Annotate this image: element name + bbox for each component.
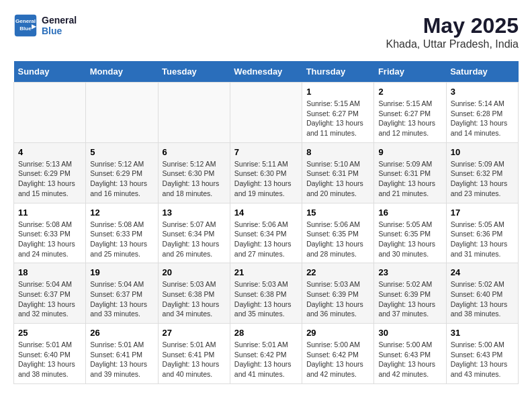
day-number: 7 — [234, 147, 298, 157]
calendar-cell: 20Sunrise: 5:03 AM Sunset: 6:38 PM Dayli… — [158, 263, 230, 324]
day-info: Sunrise: 5:01 AM Sunset: 6:40 PM Dayligh… — [18, 340, 81, 379]
calendar-cell: 24Sunrise: 5:02 AM Sunset: 6:40 PM Dayli… — [446, 263, 518, 324]
day-number: 3 — [451, 87, 514, 97]
week-row-1: 1Sunrise: 5:15 AM Sunset: 6:27 PM Daylig… — [14, 83, 519, 143]
day-info: Sunrise: 5:07 AM Sunset: 6:34 PM Dayligh… — [163, 220, 226, 259]
weekday-header-friday: Friday — [374, 61, 446, 83]
calendar-cell: 28Sunrise: 5:01 AM Sunset: 6:42 PM Dayli… — [230, 324, 302, 384]
calendar-cell: 4Sunrise: 5:13 AM Sunset: 6:29 PM Daylig… — [14, 142, 86, 203]
day-number: 20 — [163, 267, 226, 277]
day-info: Sunrise: 5:12 AM Sunset: 6:29 PM Dayligh… — [90, 159, 153, 199]
day-info: Sunrise: 5:02 AM Sunset: 6:40 PM Dayligh… — [451, 279, 514, 319]
week-row-3: 11Sunrise: 5:08 AM Sunset: 6:33 PM Dayli… — [14, 203, 519, 263]
day-info: Sunrise: 5:06 AM Sunset: 6:34 PM Dayligh… — [234, 220, 298, 259]
day-info: Sunrise: 5:01 AM Sunset: 6:41 PM Dayligh… — [163, 340, 226, 379]
day-number: 5 — [90, 147, 153, 157]
day-number: 22 — [306, 267, 369, 277]
day-info: Sunrise: 5:15 AM Sunset: 6:27 PM Dayligh… — [378, 99, 441, 138]
calendar-cell: 15Sunrise: 5:06 AM Sunset: 6:35 PM Dayli… — [302, 203, 374, 263]
day-number: 24 — [451, 267, 514, 277]
weekday-header-wednesday: Wednesday — [230, 61, 302, 83]
day-info: Sunrise: 5:05 AM Sunset: 6:36 PM Dayligh… — [451, 220, 514, 259]
svg-text:General: General — [15, 18, 36, 24]
weekday-header-monday: Monday — [86, 61, 158, 83]
calendar-cell: 6Sunrise: 5:12 AM Sunset: 6:30 PM Daylig… — [158, 142, 230, 203]
calendar-cell: 2Sunrise: 5:15 AM Sunset: 6:27 PM Daylig… — [374, 83, 446, 143]
calendar-cell: 16Sunrise: 5:05 AM Sunset: 6:35 PM Dayli… — [374, 203, 446, 263]
calendar-cell: 3Sunrise: 5:14 AM Sunset: 6:28 PM Daylig… — [446, 83, 518, 143]
day-number: 28 — [234, 328, 298, 338]
calendar-cell: 8Sunrise: 5:10 AM Sunset: 6:31 PM Daylig… — [302, 142, 374, 203]
day-number: 16 — [378, 208, 441, 218]
svg-text:Blue: Blue — [19, 26, 32, 32]
calendar-cell: 29Sunrise: 5:00 AM Sunset: 6:42 PM Dayli… — [302, 324, 374, 384]
day-info: Sunrise: 5:08 AM Sunset: 6:33 PM Dayligh… — [90, 220, 153, 259]
day-number: 17 — [451, 208, 514, 218]
day-number: 18 — [18, 267, 81, 277]
day-info: Sunrise: 5:00 AM Sunset: 6:42 PM Dayligh… — [306, 340, 369, 379]
logo-text-line1: General — [42, 15, 77, 26]
day-info: Sunrise: 5:01 AM Sunset: 6:42 PM Dayligh… — [234, 340, 298, 379]
day-number: 23 — [378, 267, 441, 277]
day-number: 14 — [234, 208, 298, 218]
calendar-cell: 27Sunrise: 5:01 AM Sunset: 6:41 PM Dayli… — [158, 324, 230, 384]
calendar-cell: 10Sunrise: 5:09 AM Sunset: 6:32 PM Dayli… — [446, 142, 518, 203]
calendar-cell — [14, 83, 86, 143]
day-info: Sunrise: 5:10 AM Sunset: 6:31 PM Dayligh… — [306, 159, 369, 199]
day-info: Sunrise: 5:03 AM Sunset: 6:38 PM Dayligh… — [234, 279, 298, 319]
calendar-cell: 9Sunrise: 5:09 AM Sunset: 6:31 PM Daylig… — [374, 142, 446, 203]
day-number: 12 — [90, 208, 153, 218]
day-number: 8 — [306, 147, 369, 157]
day-number: 10 — [451, 147, 514, 157]
calendar-cell: 11Sunrise: 5:08 AM Sunset: 6:33 PM Dayli… — [14, 203, 86, 263]
calendar-cell: 19Sunrise: 5:04 AM Sunset: 6:37 PM Dayli… — [86, 263, 158, 324]
day-info: Sunrise: 5:03 AM Sunset: 6:39 PM Dayligh… — [306, 279, 369, 319]
day-number: 19 — [90, 267, 153, 277]
calendar-table: SundayMondayTuesdayWednesdayThursdayFrid… — [13, 61, 519, 384]
day-number: 25 — [18, 328, 81, 338]
day-info: Sunrise: 5:09 AM Sunset: 6:31 PM Dayligh… — [378, 159, 441, 199]
calendar-cell: 31Sunrise: 5:00 AM Sunset: 6:43 PM Dayli… — [446, 324, 518, 384]
day-number: 4 — [18, 147, 81, 157]
day-info: Sunrise: 5:11 AM Sunset: 6:30 PM Dayligh… — [234, 159, 298, 199]
day-info: Sunrise: 5:03 AM Sunset: 6:38 PM Dayligh… — [163, 279, 226, 319]
day-info: Sunrise: 5:02 AM Sunset: 6:39 PM Dayligh… — [378, 279, 441, 319]
day-number: 15 — [306, 208, 369, 218]
day-info: Sunrise: 5:01 AM Sunset: 6:41 PM Dayligh… — [90, 340, 153, 379]
calendar-cell: 5Sunrise: 5:12 AM Sunset: 6:29 PM Daylig… — [86, 142, 158, 203]
day-number: 13 — [163, 208, 226, 218]
weekday-header-tuesday: Tuesday — [158, 61, 230, 83]
day-number: 21 — [234, 267, 298, 277]
week-row-5: 25Sunrise: 5:01 AM Sunset: 6:40 PM Dayli… — [14, 324, 519, 384]
day-info: Sunrise: 5:04 AM Sunset: 6:37 PM Dayligh… — [18, 279, 81, 319]
calendar-cell: 25Sunrise: 5:01 AM Sunset: 6:40 PM Dayli… — [14, 324, 86, 384]
calendar-cell: 21Sunrise: 5:03 AM Sunset: 6:38 PM Dayli… — [230, 263, 302, 324]
weekday-header-sunday: Sunday — [14, 61, 86, 83]
calendar-cell: 12Sunrise: 5:08 AM Sunset: 6:33 PM Dayli… — [86, 203, 158, 263]
weekday-header-thursday: Thursday — [302, 61, 374, 83]
weekday-header-row: SundayMondayTuesdayWednesdayThursdayFrid… — [14, 61, 519, 83]
day-info: Sunrise: 5:00 AM Sunset: 6:43 PM Dayligh… — [378, 340, 441, 379]
calendar-cell: 17Sunrise: 5:05 AM Sunset: 6:36 PM Dayli… — [446, 203, 518, 263]
day-info: Sunrise: 5:12 AM Sunset: 6:30 PM Dayligh… — [163, 159, 226, 199]
day-info: Sunrise: 5:15 AM Sunset: 6:27 PM Dayligh… — [306, 99, 369, 138]
week-row-2: 4Sunrise: 5:13 AM Sunset: 6:29 PM Daylig… — [14, 142, 519, 203]
day-number: 31 — [451, 328, 514, 338]
day-number: 29 — [306, 328, 369, 338]
day-info: Sunrise: 5:05 AM Sunset: 6:35 PM Dayligh… — [378, 220, 441, 259]
calendar-cell — [158, 83, 230, 143]
weekday-header-saturday: Saturday — [446, 61, 518, 83]
day-number: 30 — [378, 328, 441, 338]
logo-text-line2: Blue — [42, 26, 77, 36]
calendar-cell: 14Sunrise: 5:06 AM Sunset: 6:34 PM Dayli… — [230, 203, 302, 263]
subtitle: Khada, Uttar Pradesh, India — [386, 38, 519, 50]
day-info: Sunrise: 5:13 AM Sunset: 6:29 PM Dayligh… — [18, 159, 81, 199]
main-title: May 2025 — [386, 13, 519, 38]
logo-icon: General Blue — [13, 13, 38, 38]
calendar-cell: 1Sunrise: 5:15 AM Sunset: 6:27 PM Daylig… — [302, 83, 374, 143]
day-number: 9 — [378, 147, 441, 157]
day-info: Sunrise: 5:06 AM Sunset: 6:35 PM Dayligh… — [306, 220, 369, 259]
calendar-cell: 22Sunrise: 5:03 AM Sunset: 6:39 PM Dayli… — [302, 263, 374, 324]
day-info: Sunrise: 5:04 AM Sunset: 6:37 PM Dayligh… — [90, 279, 153, 319]
calendar-cell: 18Sunrise: 5:04 AM Sunset: 6:37 PM Dayli… — [14, 263, 86, 324]
